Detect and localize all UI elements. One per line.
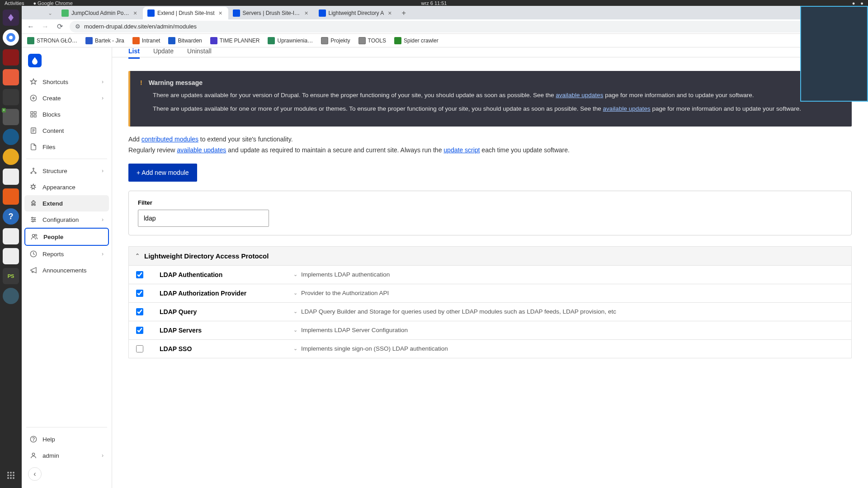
browser-tab[interactable]: JumpCloud Admin Porta × <box>57 7 143 19</box>
sidebar-collapse-button[interactable]: ‹ <box>28 467 42 481</box>
sidebar-item-announcements[interactable]: Announcements <box>24 262 109 278</box>
tab-close-icon[interactable]: × <box>132 10 138 16</box>
bookmark-item[interactable]: STRONA GŁÓ… <box>27 37 77 44</box>
chevron-down-icon[interactable]: ⌄ <box>293 290 297 296</box>
filter-input[interactable] <box>138 210 269 227</box>
tab-close-icon[interactable]: × <box>303 10 310 16</box>
svg-point-2 <box>7 472 9 474</box>
browser-tab-active[interactable]: Extend | Drush Site-Inst × <box>143 7 228 19</box>
content-icon <box>30 127 37 134</box>
dock-app-icon[interactable] <box>3 49 19 66</box>
browser-tab[interactable]: Lightweight Directory A × <box>314 7 398 19</box>
available-updates-link[interactable]: available updates <box>556 92 603 99</box>
dock-app-icon[interactable] <box>3 288 19 304</box>
browser-tab[interactable]: Servers | Drush Site-Inst × <box>228 7 314 19</box>
sidebar-item-create[interactable]: Create› <box>24 90 109 106</box>
forward-button[interactable]: → <box>41 22 50 31</box>
svg-point-3 <box>10 472 12 474</box>
sidebar-item-label: Shortcuts <box>42 79 68 85</box>
available-updates-link[interactable]: available updates <box>603 105 651 112</box>
bookmark-icon <box>85 37 93 44</box>
add-new-module-button[interactable]: + Add new module <box>128 164 197 182</box>
chevron-down-icon[interactable]: ⌄ <box>293 327 297 333</box>
new-tab-button[interactable]: + <box>397 7 410 19</box>
tab-close-icon[interactable]: × <box>217 10 224 16</box>
module-checkbox[interactable] <box>136 345 143 352</box>
sidebar-item-label: Blocks <box>42 111 61 118</box>
sidebar-item-configuration[interactable]: Configuration› <box>24 211 109 228</box>
available-updates-link[interactable]: available updates <box>177 146 226 154</box>
update-script-link[interactable]: update script <box>443 146 480 154</box>
dock-phpstorm-icon[interactable]: PS <box>3 268 19 284</box>
bookmark-item[interactable]: Bartek - Jira <box>85 37 124 44</box>
tab-uninstall[interactable]: Uninstall <box>187 47 212 57</box>
dock-app-icon[interactable] <box>3 169 19 185</box>
dock-chrome-icon[interactable] <box>3 29 19 46</box>
config-icon <box>30 216 37 223</box>
module-checkbox[interactable] <box>136 271 143 278</box>
svg-point-20 <box>32 217 33 219</box>
back-button[interactable]: ← <box>26 22 35 31</box>
sidebar-item-appearance[interactable]: Appearance <box>24 179 109 195</box>
tab-update[interactable]: Update <box>153 47 174 57</box>
tray-icon[interactable]: ● <box>852 0 855 6</box>
sidebar-item-admin[interactable]: admin› <box>24 447 109 464</box>
tab-list[interactable]: List <box>128 47 140 59</box>
bookmark-item[interactable]: TOOLS <box>359 37 386 44</box>
svg-point-7 <box>13 474 14 476</box>
bookmark-item[interactable]: Bitwarden <box>168 37 202 44</box>
module-checkbox[interactable] <box>136 327 143 334</box>
bookmark-item[interactable]: Spider crawler <box>394 37 439 44</box>
module-name: LDAP SSO <box>160 345 286 352</box>
module-description: ⌄Implements single sign-on (SSO) LDAP au… <box>293 345 844 352</box>
sidebar-item-structure[interactable]: Structure› <box>24 163 109 179</box>
dock-app-icon[interactable] <box>3 228 19 244</box>
sidebar-item-people[interactable]: People <box>24 228 109 246</box>
drupal-logo[interactable] <box>28 54 42 67</box>
sidebar-item-label: Structure <box>42 168 67 174</box>
bookmark-item[interactable]: Projekty <box>321 37 350 44</box>
dock-app-icon[interactable] <box>3 248 19 264</box>
sidebar-item-content[interactable]: Content <box>24 122 109 139</box>
filter-label: Filter <box>138 199 842 206</box>
module-checkbox[interactable] <box>136 290 143 297</box>
sidebar-item-shortcuts[interactable]: Shortcuts› <box>24 74 109 90</box>
chevron-down-icon[interactable]: ⌄ <box>293 309 297 314</box>
sidebar-item-files[interactable]: Files <box>24 139 109 155</box>
bookmark-item[interactable]: TIME PLANNER <box>210 37 260 44</box>
sidebar-item-reports[interactable]: Reports› <box>24 246 109 262</box>
dock-thunderbird-icon[interactable] <box>3 129 19 145</box>
tray-icon[interactable]: ● <box>860 0 863 6</box>
sidebar-item-help[interactable]: Help <box>24 431 109 447</box>
dock-app-icon[interactable] <box>3 149 19 165</box>
dock-files-icon[interactable] <box>3 69 19 85</box>
dock-help-icon[interactable]: ? <box>3 208 19 225</box>
reload-button[interactable]: ⟳ <box>55 22 64 31</box>
sidebar-item-label: Reports <box>42 251 64 258</box>
browser-tab[interactable]: ⌄ <box>43 7 57 19</box>
favicon-icon <box>147 9 155 17</box>
module-checkbox[interactable] <box>136 308 143 315</box>
dock-app-icon[interactable] <box>3 188 19 205</box>
main-content: List Update Uninstall !Warning message T… <box>112 47 868 488</box>
chevron-down-icon[interactable]: ⌄ <box>293 272 297 277</box>
site-info-icon[interactable]: ⚙ <box>75 23 80 30</box>
os-activities[interactable]: Activities <box>5 0 24 6</box>
appearance-icon <box>30 183 37 191</box>
module-row: LDAP Query⌄LDAP Query Builder and Storag… <box>128 303 852 321</box>
url-input[interactable]: ⚙ modern-drupal.ddev.site/en/admin/modul… <box>70 21 816 33</box>
dock-show-apps[interactable] <box>3 467 19 483</box>
dock-app-icon[interactable] <box>3 89 19 105</box>
module-group-header[interactable]: ⌃ Lightweight Directory Access Protocol <box>128 246 852 266</box>
contributed-modules-link[interactable]: contributed modules <box>142 136 198 143</box>
sidebar-item-blocks[interactable]: Blocks <box>24 106 109 122</box>
sidebar-item-extend[interactable]: Extend <box>24 195 109 211</box>
os-tray[interactable]: ● ● <box>852 0 863 6</box>
chevron-down-icon[interactable]: ⌄ <box>293 346 297 352</box>
dock-app-icon[interactable] <box>3 9 19 26</box>
bookmark-item[interactable]: Intranet <box>132 37 160 44</box>
bookmark-item[interactable]: Uprawnienia… <box>268 37 313 44</box>
tab-close-icon[interactable]: × <box>387 10 393 16</box>
dock-app-icon[interactable]: + <box>3 109 19 125</box>
blocks-icon <box>30 111 37 118</box>
